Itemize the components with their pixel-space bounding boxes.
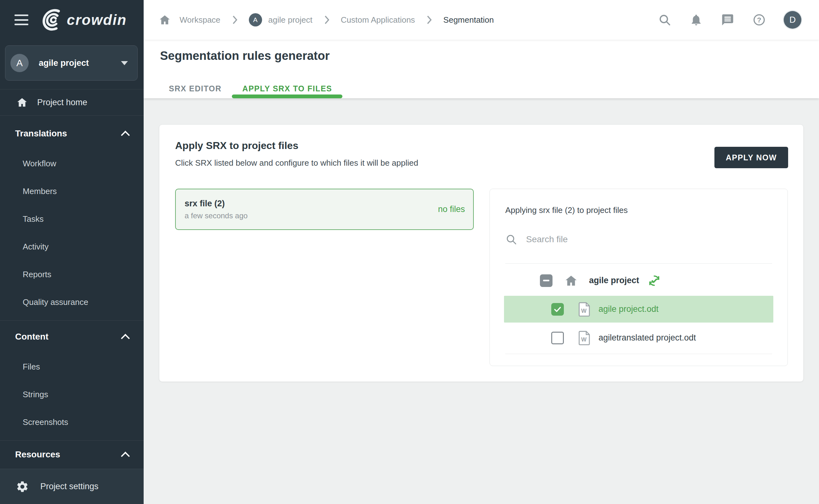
- home-icon: [564, 274, 578, 287]
- svg-text:?: ?: [757, 16, 761, 24]
- card-subtitle: Click SRX listed below and configure to …: [175, 158, 418, 168]
- srx-file-name: srx file (2): [185, 199, 438, 209]
- crowdin-swirl-icon: [41, 9, 64, 31]
- sidebar-item-strings[interactable]: Strings: [0, 381, 144, 408]
- sidebar-item-screenshots[interactable]: Screenshots: [0, 408, 144, 436]
- sidebar-section-resources: Resources: [0, 441, 144, 463]
- tab-srx-editor[interactable]: SRX EDITOR: [158, 79, 232, 98]
- file-picker-panel: Applying srx file (2) to project files a…: [490, 189, 788, 366]
- home-icon: [16, 97, 28, 108]
- section-title: Resources: [15, 450, 122, 460]
- sync-success-icon: [647, 274, 661, 288]
- tab-bar: SRX EDITOR APPLY SRX TO FILES: [158, 79, 342, 98]
- root-folder-name: agile project: [589, 276, 639, 285]
- breadcrumb-workspace[interactable]: Workspace: [180, 15, 221, 25]
- checkbox-checked[interactable]: [551, 303, 564, 316]
- breadcrumb-current: Segmentation: [443, 15, 494, 25]
- divider: [505, 354, 772, 354]
- crowdin-logo-text: crowdin: [67, 11, 127, 28]
- sidebar-item-project-settings[interactable]: Project settings: [0, 469, 144, 504]
- sidebar: crowdin A agile project Project home Tra…: [0, 0, 144, 504]
- hamburger-menu-icon[interactable]: [14, 14, 28, 25]
- srx-file-info: srx file (2) a few seconds ago: [176, 199, 438, 220]
- svg-text:W: W: [581, 336, 587, 343]
- checkbox-unchecked[interactable]: [551, 332, 564, 344]
- tree-row-root[interactable]: agile project: [490, 267, 787, 294]
- sidebar-item-files[interactable]: Files: [0, 353, 144, 381]
- apply-srx-card: Apply SRX to project files Click SRX lis…: [159, 124, 804, 382]
- project-selector[interactable]: A agile project: [5, 45, 138, 81]
- user-avatar[interactable]: D: [784, 11, 801, 29]
- search-input[interactable]: [526, 234, 702, 244]
- chevron-right-icon: [231, 15, 238, 25]
- tree-row-file[interactable]: W agiletranslated project.odt: [504, 324, 773, 351]
- sidebar-item-label: Project settings: [40, 482, 99, 491]
- home-icon[interactable]: [159, 14, 171, 26]
- checkbox-indeterminate[interactable]: [540, 274, 553, 287]
- section-title: Content: [15, 332, 122, 342]
- sidebar-logo-row: crowdin: [0, 0, 144, 40]
- file-name: agile project.odt: [599, 304, 659, 314]
- sidebar-section-translations: Translations Workflow Members Tasks Acti…: [0, 116, 144, 321]
- sidebar-item-project-home[interactable]: Project home: [0, 89, 144, 116]
- section-title: Translations: [15, 129, 122, 139]
- srx-file-item[interactable]: srx file (2) a few seconds ago no files: [175, 189, 474, 230]
- section-header-resources[interactable]: Resources: [0, 446, 144, 463]
- tab-apply-srx-to-files[interactable]: APPLY SRX TO FILES: [232, 79, 342, 98]
- divider: [505, 263, 772, 264]
- chevron-up-icon: [122, 450, 130, 459]
- chevron-up-icon: [122, 129, 130, 138]
- page-title: Segmentation rules generator: [160, 49, 329, 63]
- card-title: Apply SRX to project files: [175, 140, 298, 152]
- apply-now-button[interactable]: APPLY NOW: [714, 147, 788, 168]
- notifications-bell-icon[interactable]: [689, 13, 703, 27]
- tree-row-file-selected[interactable]: W agile project.odt: [504, 296, 773, 323]
- section-header-content[interactable]: Content: [0, 327, 144, 347]
- breadcrumb-custom-applications[interactable]: Custom Applications: [341, 15, 415, 25]
- srx-file-timestamp: a few seconds ago: [185, 211, 438, 220]
- breadcrumb: Workspace A agile project Custom Applica…: [159, 13, 658, 26]
- sidebar-item-tasks[interactable]: Tasks: [0, 205, 144, 233]
- svg-text:W: W: [581, 308, 587, 314]
- breadcrumb-project[interactable]: A agile project: [249, 13, 312, 26]
- srx-file-badge: no files: [438, 204, 465, 214]
- panel-title: Applying srx file (2) to project files: [505, 205, 628, 215]
- page-header: Segmentation rules generator SRX EDITOR …: [144, 40, 819, 98]
- word-document-icon: W: [578, 302, 591, 317]
- search-row: [505, 229, 702, 249]
- topbar: Workspace A agile project Custom Applica…: [144, 0, 819, 40]
- sidebar-item-quality-assurance[interactable]: Quality assurance: [0, 288, 144, 316]
- section-header-translations[interactable]: Translations: [0, 124, 144, 143]
- sidebar-item-members[interactable]: Members: [0, 177, 144, 205]
- messages-icon[interactable]: [721, 13, 735, 27]
- sidebar-item-label: Project home: [37, 98, 87, 107]
- chevron-right-icon: [323, 15, 330, 25]
- search-icon[interactable]: [658, 13, 672, 27]
- chevron-down-icon: [121, 61, 128, 65]
- project-avatar: A: [10, 54, 29, 72]
- file-name: agiletranslated project.odt: [599, 333, 696, 343]
- sidebar-item-workflow[interactable]: Workflow: [0, 150, 144, 177]
- project-selector-name: agile project: [39, 58, 121, 68]
- sidebar-item-activity[interactable]: Activity: [0, 233, 144, 261]
- sidebar-section-content: Content Files Strings Screenshots: [0, 321, 144, 441]
- sidebar-item-reports[interactable]: Reports: [0, 261, 144, 288]
- gear-icon: [16, 480, 29, 493]
- file-tree: agile project: [490, 267, 787, 353]
- crowdin-logo: crowdin: [41, 9, 127, 31]
- word-document-icon: W: [578, 330, 591, 346]
- search-icon: [505, 233, 517, 245]
- chevron-up-icon: [122, 333, 130, 341]
- content-area: Apply SRX to project files Click SRX lis…: [144, 98, 819, 504]
- project-avatar: A: [249, 13, 262, 26]
- help-icon[interactable]: ?: [752, 13, 766, 27]
- topbar-actions: ? D: [658, 11, 801, 29]
- chevron-right-icon: [426, 15, 432, 25]
